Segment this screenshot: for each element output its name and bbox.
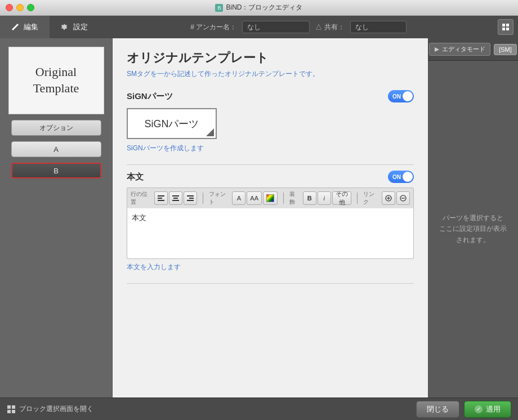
font-a-btn[interactable]: A [232, 191, 245, 205]
open-block-btn[interactable]: ブロック選択画面を開く [7, 404, 93, 414]
sidebar-info-text: パーツを選択するとここに設定項目が表示されます。 [439, 213, 507, 245]
link-add-icon [385, 195, 392, 202]
sign-section-header: SiGNパーツ ON [127, 90, 414, 102]
bold-btn[interactable]: B [303, 191, 316, 205]
color-swatch [266, 194, 274, 202]
link-add-btn[interactable] [382, 191, 395, 205]
align-left-icon [158, 195, 164, 201]
align-right-icon [187, 195, 194, 201]
font-label: フォント [209, 190, 229, 206]
format-toolbar: 行の位置 [127, 187, 414, 208]
gear-icon [61, 23, 69, 31]
text-input-hint[interactable]: 本文を入力します [127, 262, 414, 272]
sign-section-title: SiGNパーツ [127, 91, 173, 102]
svg-rect-5 [158, 195, 164, 196]
align-center-btn[interactable] [169, 191, 182, 205]
right-sidebar-info: パーツを選択するとここに設定項目が表示されます。 [428, 61, 518, 397]
decoration-label: 装飾 [289, 190, 300, 206]
link-label: リンク [363, 190, 378, 206]
svg-marker-19 [435, 47, 439, 52]
toolbar-center: # アンカー名： △ 共有： [99, 21, 498, 33]
option-button[interactable]: オプション [11, 120, 101, 136]
italic-btn[interactable]: i [318, 191, 331, 205]
content-description: SMタグを一から記述して作ったオリジナルテンプレートです。 [127, 69, 414, 79]
svg-rect-1 [502, 24, 505, 26]
text-content-area[interactable]: 本文 [127, 208, 414, 259]
edit-icon [11, 23, 19, 31]
svg-rect-6 [158, 198, 162, 199]
text-section-header: 本文 ON [127, 171, 414, 183]
row-position-label: 行の位置 [131, 190, 151, 206]
toolbar-sep-1 [203, 193, 203, 204]
settings-tab[interactable]: 設定 [50, 16, 99, 38]
sign-preview-box[interactable]: SiGNパーツ [127, 108, 217, 139]
bottom-right-btns: 閉じる ✓ 適用 [416, 401, 511, 418]
editor-mode-icon [434, 47, 440, 52]
svg-rect-4 [506, 28, 509, 30]
close-traffic-light[interactable] [6, 4, 13, 11]
window-title-text: BiND：ブロックエディタ [226, 3, 302, 12]
section-divider [127, 164, 414, 165]
svg-rect-20 [7, 405, 11, 409]
content-area: オリジナルテンプレート SMタグを一から記述して作ったオリジナルテンプレートです… [113, 38, 428, 397]
align-left-btn[interactable] [154, 191, 168, 205]
text-toggle-knob [403, 172, 413, 182]
svg-rect-10 [172, 200, 179, 201]
bottom-bar: ブロック選択画面を開く 閉じる ✓ 適用 [0, 397, 518, 420]
edit-tab[interactable]: 編集 [0, 16, 50, 38]
toolbar-sep-2 [283, 193, 284, 204]
minimize-traffic-light[interactable] [16, 4, 24, 11]
svg-rect-12 [189, 198, 194, 199]
color-btn[interactable] [263, 191, 278, 205]
content-title: オリジナルテンプレート [127, 50, 414, 66]
text-toggle[interactable]: ON [388, 171, 414, 183]
editor-mode-btn[interactable]: エディタモード [429, 43, 490, 56]
tab-a[interactable]: A [11, 141, 101, 157]
check-icon: ✓ [475, 405, 483, 413]
align-right-btn[interactable] [184, 191, 197, 205]
share-select[interactable] [350, 21, 407, 33]
svg-rect-2 [506, 24, 509, 26]
text-toggle-label: ON [389, 174, 401, 180]
svg-rect-8 [172, 195, 179, 196]
link-remove-btn[interactable] [396, 191, 410, 205]
align-center-icon [172, 195, 179, 201]
text-section: 本文 ON 行の位置 [127, 171, 414, 272]
svg-rect-9 [173, 198, 178, 199]
anchor-label: # アンカー名： [190, 23, 236, 32]
svg-rect-11 [187, 195, 194, 196]
sign-section: SiGNパーツ ON SiGNパーツ SiGNパーツを作成します [127, 90, 414, 153]
edit-tab-label: 編集 [24, 22, 38, 32]
apply-button-label: 適用 [486, 404, 501, 414]
anchor-input[interactable] [242, 21, 310, 33]
close-button[interactable]: 閉じる [416, 401, 459, 418]
tab-b[interactable]: B [11, 163, 101, 178]
link-group [382, 191, 410, 205]
font-aa-btn[interactable]: AA [247, 191, 262, 205]
sign-toggle[interactable]: ON [388, 90, 414, 102]
title-bar: B BiND：ブロックエディタ [0, 0, 518, 16]
maximize-traffic-light[interactable] [27, 4, 34, 11]
link-remove-icon [400, 195, 407, 202]
right-sidebar: エディタモード [SM] パーツを選択するとここに設定項目が表示されます。 [428, 38, 518, 397]
grid-small-icon [7, 405, 16, 414]
right-sidebar-top: エディタモード [SM] [428, 38, 518, 61]
left-sidebar: Original Template オプション A B [0, 38, 113, 397]
svg-rect-23 [12, 410, 15, 413]
top-toolbar: 編集 設定 # アンカー名： △ 共有： [0, 16, 518, 38]
sm-btn[interactable]: [SM] [494, 44, 517, 55]
apply-button[interactable]: ✓ 適用 [464, 401, 511, 418]
editor-mode-label: エディタモード [442, 45, 485, 53]
share-label: △ 共有： [315, 23, 344, 32]
bottom-divider [127, 283, 414, 284]
toolbar-right-btn[interactable] [498, 19, 513, 35]
other-btn[interactable]: その他 [332, 191, 352, 205]
window-title: B BiND：ブロックエディタ [215, 3, 302, 12]
toolbar-sep-3 [357, 193, 358, 204]
decoration-group: B i その他 [303, 191, 352, 205]
svg-rect-21 [12, 405, 15, 409]
sign-create-link[interactable]: SiGNパーツを作成します [127, 144, 414, 153]
traffic-lights [6, 4, 34, 11]
main-area: Original Template オプション A B オリジナルテンプレート … [0, 38, 518, 397]
font-group: A AA [232, 191, 278, 205]
